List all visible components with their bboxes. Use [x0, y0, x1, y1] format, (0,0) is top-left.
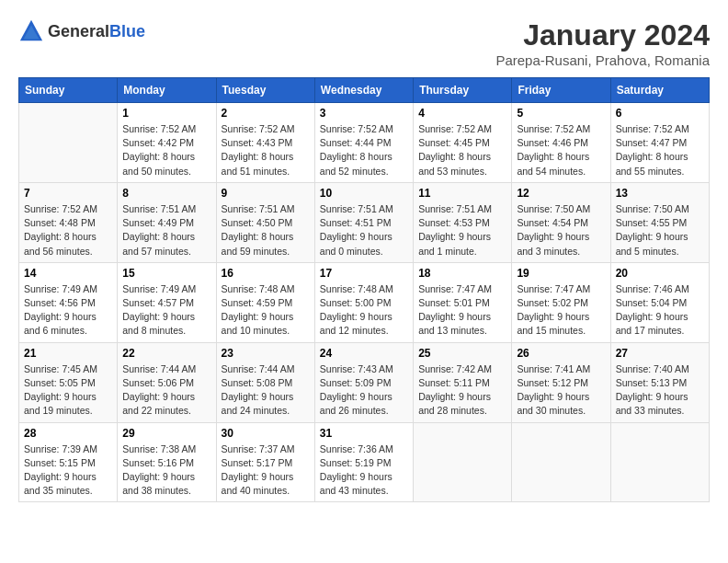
day-info: Sunrise: 7:51 AM Sunset: 4:49 PM Dayligh… — [122, 202, 210, 259]
day-number: 1 — [122, 107, 210, 120]
day-info: Sunrise: 7:39 AM Sunset: 5:15 PM Dayligh… — [24, 442, 112, 499]
day-info: Sunrise: 7:47 AM Sunset: 5:01 PM Dayligh… — [418, 282, 506, 339]
calendar-cell: 9Sunrise: 7:51 AM Sunset: 4:50 PM Daylig… — [216, 182, 314, 262]
day-number: 10 — [320, 187, 408, 200]
weekday-header-friday: Friday — [512, 78, 610, 103]
day-number: 24 — [320, 347, 408, 360]
day-number: 29 — [122, 427, 210, 440]
day-info: Sunrise: 7:52 AM Sunset: 4:43 PM Dayligh… — [222, 122, 310, 178]
day-number: 3 — [320, 107, 408, 120]
day-number: 4 — [418, 107, 506, 120]
calendar-cell: 3Sunrise: 7:52 AM Sunset: 4:44 PM Daylig… — [314, 103, 413, 183]
day-number: 13 — [616, 187, 704, 200]
day-info: Sunrise: 7:43 AM Sunset: 5:09 PM Dayligh… — [320, 362, 408, 419]
calendar-cell: 23Sunrise: 7:44 AM Sunset: 5:08 PM Dayli… — [216, 342, 314, 422]
calendar-cell: 25Sunrise: 7:42 AM Sunset: 5:11 PM Dayli… — [414, 342, 512, 422]
day-info: Sunrise: 7:37 AM Sunset: 5:17 PM Dayligh… — [222, 442, 310, 499]
day-info: Sunrise: 7:52 AM Sunset: 4:47 PM Dayligh… — [616, 122, 704, 178]
day-number: 23 — [222, 347, 310, 360]
calendar-table: SundayMondayTuesdayWednesdayThursdayFrid… — [18, 77, 710, 502]
calendar-cell — [19, 103, 118, 183]
day-number: 2 — [222, 107, 310, 120]
day-info: Sunrise: 7:46 AM Sunset: 5:04 PM Dayligh… — [616, 282, 704, 339]
calendar-cell: 24Sunrise: 7:43 AM Sunset: 5:09 PM Dayli… — [314, 342, 413, 422]
calendar-cell: 26Sunrise: 7:41 AM Sunset: 5:12 PM Dayli… — [512, 342, 610, 422]
day-number: 26 — [517, 347, 605, 360]
calendar-week-row: 14Sunrise: 7:49 AM Sunset: 4:56 PM Dayli… — [19, 262, 710, 342]
calendar-cell: 29Sunrise: 7:38 AM Sunset: 5:16 PM Dayli… — [118, 422, 216, 502]
day-info: Sunrise: 7:52 AM Sunset: 4:44 PM Dayligh… — [320, 122, 408, 178]
calendar-cell: 12Sunrise: 7:50 AM Sunset: 4:54 PM Dayli… — [512, 182, 610, 262]
day-info: Sunrise: 7:49 AM Sunset: 4:56 PM Dayligh… — [24, 282, 112, 339]
calendar-cell: 4Sunrise: 7:52 AM Sunset: 4:45 PM Daylig… — [414, 103, 512, 183]
day-info: Sunrise: 7:50 AM Sunset: 4:55 PM Dayligh… — [616, 202, 704, 259]
calendar-cell: 11Sunrise: 7:51 AM Sunset: 4:53 PM Dayli… — [414, 182, 512, 262]
day-number: 16 — [222, 267, 310, 280]
calendar-cell: 20Sunrise: 7:46 AM Sunset: 5:04 PM Dayli… — [610, 262, 709, 342]
calendar-cell: 5Sunrise: 7:52 AM Sunset: 4:46 PM Daylig… — [512, 103, 610, 183]
calendar-cell: 14Sunrise: 7:49 AM Sunset: 4:56 PM Dayli… — [19, 262, 118, 342]
day-info: Sunrise: 7:51 AM Sunset: 4:51 PM Dayligh… — [320, 202, 408, 259]
calendar-cell — [512, 422, 610, 502]
day-number: 8 — [122, 187, 210, 200]
day-number: 5 — [517, 107, 605, 120]
weekday-header-monday: Monday — [118, 78, 216, 103]
day-number: 18 — [418, 267, 506, 280]
day-info: Sunrise: 7:44 AM Sunset: 5:08 PM Dayligh… — [222, 362, 310, 419]
day-info: Sunrise: 7:52 AM Sunset: 4:48 PM Dayligh… — [24, 202, 112, 259]
weekday-header-wednesday: Wednesday — [314, 78, 413, 103]
day-info: Sunrise: 7:48 AM Sunset: 4:59 PM Dayligh… — [222, 282, 310, 339]
day-number: 15 — [122, 267, 210, 280]
weekday-header-tuesday: Tuesday — [216, 78, 314, 103]
calendar-cell: 27Sunrise: 7:40 AM Sunset: 5:13 PM Dayli… — [610, 342, 709, 422]
calendar-cell: 18Sunrise: 7:47 AM Sunset: 5:01 PM Dayli… — [414, 262, 512, 342]
day-number: 14 — [24, 267, 112, 280]
month-title: January 2024 — [495, 18, 710, 52]
calendar-cell: 10Sunrise: 7:51 AM Sunset: 4:51 PM Dayli… — [314, 182, 413, 262]
calendar-week-row: 28Sunrise: 7:39 AM Sunset: 5:15 PM Dayli… — [19, 422, 710, 502]
day-info: Sunrise: 7:49 AM Sunset: 4:57 PM Dayligh… — [122, 282, 210, 339]
calendar-week-row: 7Sunrise: 7:52 AM Sunset: 4:48 PM Daylig… — [19, 182, 710, 262]
day-info: Sunrise: 7:38 AM Sunset: 5:16 PM Dayligh… — [122, 442, 210, 499]
weekday-header-thursday: Thursday — [414, 78, 512, 103]
day-number: 30 — [222, 427, 310, 440]
day-number: 25 — [418, 347, 506, 360]
calendar-cell: 31Sunrise: 7:36 AM Sunset: 5:19 PM Dayli… — [314, 422, 413, 502]
header: GeneralBlue January 2024 Parepa-Rusani, … — [18, 18, 710, 68]
day-info: Sunrise: 7:36 AM Sunset: 5:19 PM Dayligh… — [320, 442, 408, 499]
calendar-cell: 30Sunrise: 7:37 AM Sunset: 5:17 PM Dayli… — [216, 422, 314, 502]
day-info: Sunrise: 7:52 AM Sunset: 4:46 PM Dayligh… — [517, 122, 605, 178]
logo: GeneralBlue — [18, 18, 145, 44]
day-number: 19 — [517, 267, 605, 280]
day-info: Sunrise: 7:51 AM Sunset: 4:50 PM Dayligh… — [222, 202, 310, 259]
day-number: 27 — [616, 347, 704, 360]
weekday-header-row: SundayMondayTuesdayWednesdayThursdayFrid… — [19, 78, 710, 103]
calendar-cell: 13Sunrise: 7:50 AM Sunset: 4:55 PM Dayli… — [610, 182, 709, 262]
day-info: Sunrise: 7:52 AM Sunset: 4:42 PM Dayligh… — [122, 122, 210, 178]
calendar-cell: 6Sunrise: 7:52 AM Sunset: 4:47 PM Daylig… — [610, 103, 709, 183]
logo-text-blue: Blue — [109, 23, 145, 40]
day-info: Sunrise: 7:48 AM Sunset: 5:00 PM Dayligh… — [320, 282, 408, 339]
day-number: 9 — [222, 187, 310, 200]
calendar-cell: 1Sunrise: 7:52 AM Sunset: 4:42 PM Daylig… — [118, 103, 216, 183]
day-info: Sunrise: 7:51 AM Sunset: 4:53 PM Dayligh… — [418, 202, 506, 259]
day-info: Sunrise: 7:50 AM Sunset: 4:54 PM Dayligh… — [517, 202, 605, 259]
calendar-cell: 28Sunrise: 7:39 AM Sunset: 5:15 PM Dayli… — [19, 422, 118, 502]
day-info: Sunrise: 7:52 AM Sunset: 4:45 PM Dayligh… — [418, 122, 506, 178]
day-number: 31 — [320, 427, 408, 440]
day-number: 28 — [24, 427, 112, 440]
calendar-cell: 17Sunrise: 7:48 AM Sunset: 5:00 PM Dayli… — [314, 262, 413, 342]
day-info: Sunrise: 7:40 AM Sunset: 5:13 PM Dayligh… — [616, 362, 704, 419]
calendar-cell: 19Sunrise: 7:47 AM Sunset: 5:02 PM Dayli… — [512, 262, 610, 342]
calendar-cell — [414, 422, 512, 502]
calendar-cell: 2Sunrise: 7:52 AM Sunset: 4:43 PM Daylig… — [216, 103, 314, 183]
logo-text-general: General — [48, 23, 109, 40]
day-number: 11 — [418, 187, 506, 200]
location-title: Parepa-Rusani, Prahova, Romania — [495, 52, 710, 68]
day-number: 22 — [122, 347, 210, 360]
calendar-cell: 7Sunrise: 7:52 AM Sunset: 4:48 PM Daylig… — [19, 182, 118, 262]
weekday-header-sunday: Sunday — [19, 78, 118, 103]
day-number: 6 — [616, 107, 704, 120]
day-info: Sunrise: 7:41 AM Sunset: 5:12 PM Dayligh… — [517, 362, 605, 419]
day-number: 17 — [320, 267, 408, 280]
